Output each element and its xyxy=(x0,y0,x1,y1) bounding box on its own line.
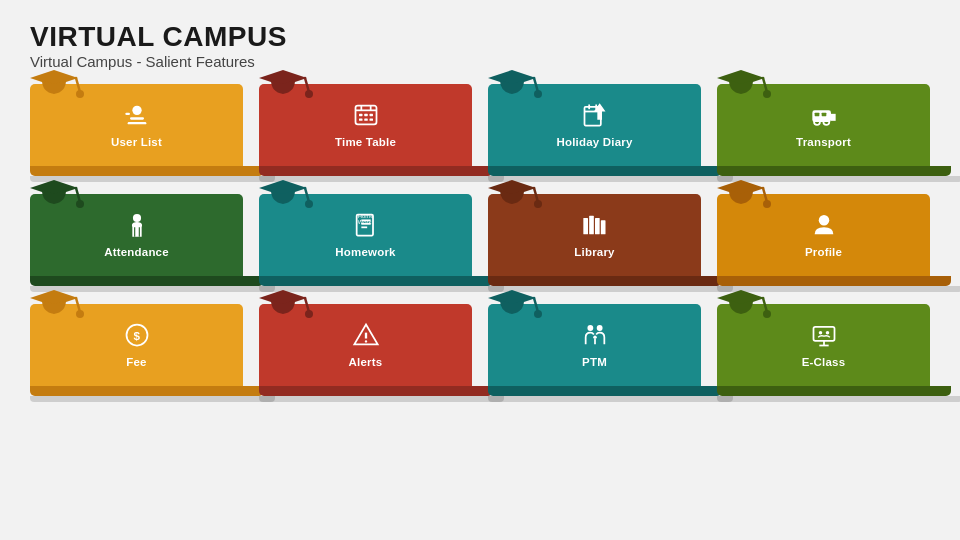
label-transport: Transport xyxy=(796,136,851,148)
card-ptm[interactable]: PTM xyxy=(488,304,701,402)
card-holiday-diary[interactable]: Holiday Diary xyxy=(488,84,701,182)
icon-profile xyxy=(810,211,838,243)
svg-rect-56 xyxy=(600,221,605,235)
card-homework[interactable]: HomeWork Homework xyxy=(259,194,472,292)
card-grid: User List Time Table xyxy=(30,84,930,402)
svg-rect-19 xyxy=(369,119,373,121)
card-profile[interactable]: Profile xyxy=(717,194,930,292)
svg-rect-53 xyxy=(583,218,588,234)
bottom-holiday-diary xyxy=(488,176,733,182)
base-profile xyxy=(717,276,951,286)
bottom-library xyxy=(488,286,733,292)
svg-point-70 xyxy=(364,341,366,343)
screen-homework: HomeWork Homework xyxy=(259,194,472,276)
label-holiday-diary: Holiday Diary xyxy=(556,136,632,148)
svg-rect-6 xyxy=(125,113,130,115)
icon-eclass xyxy=(810,321,838,353)
bottom-time-table xyxy=(259,176,504,182)
icon-fee: $ xyxy=(123,321,151,353)
bottom-fee xyxy=(30,396,275,402)
icon-ptm xyxy=(581,321,609,353)
icon-holiday-diary xyxy=(581,101,609,133)
bottom-profile xyxy=(717,286,960,292)
label-library: Library xyxy=(574,246,614,258)
svg-rect-18 xyxy=(364,119,368,121)
card-eclass[interactable]: E-Class xyxy=(717,304,930,402)
svg-rect-55 xyxy=(595,218,600,234)
label-user-list: User List xyxy=(111,136,162,148)
svg-rect-54 xyxy=(589,216,594,235)
icon-user-list xyxy=(123,101,151,133)
screen-alerts: Alerts xyxy=(259,304,472,386)
bottom-eclass xyxy=(717,396,960,402)
screen-library: Library xyxy=(488,194,701,276)
svg-point-74 xyxy=(587,325,593,331)
card-library[interactable]: Library xyxy=(488,194,701,292)
base-alerts xyxy=(259,386,493,396)
base-time-table xyxy=(259,166,493,176)
base-user-list xyxy=(30,166,264,176)
screen-time-table: Time Table xyxy=(259,84,472,166)
sub-title: Virtual Campus - Salient Features xyxy=(30,53,930,70)
icon-alerts xyxy=(352,321,380,353)
base-attendance xyxy=(30,276,264,286)
card-transport[interactable]: Transport xyxy=(717,84,930,182)
svg-point-38 xyxy=(132,214,140,222)
svg-rect-14 xyxy=(359,114,363,116)
svg-text:Work: Work xyxy=(357,219,371,225)
label-fee: Fee xyxy=(126,356,146,368)
icon-attendance xyxy=(123,211,151,243)
base-eclass xyxy=(717,386,951,396)
label-profile: Profile xyxy=(805,246,842,258)
base-holiday-diary xyxy=(488,166,722,176)
card-attendance[interactable]: Attendance xyxy=(30,194,243,292)
bottom-attendance xyxy=(30,286,275,292)
label-homework: Homework xyxy=(335,246,395,258)
svg-point-84 xyxy=(818,331,822,335)
screen-transport: Transport xyxy=(717,84,930,166)
svg-rect-15 xyxy=(364,114,368,116)
svg-point-3 xyxy=(132,106,141,115)
base-homework xyxy=(259,276,493,286)
label-time-table: Time Table xyxy=(335,136,396,148)
screen-holiday-diary: Holiday Diary xyxy=(488,84,701,166)
card-alerts[interactable]: Alerts xyxy=(259,304,472,402)
base-ptm xyxy=(488,386,722,396)
svg-rect-34 xyxy=(821,113,826,117)
screen-attendance: Attendance xyxy=(30,194,243,276)
svg-rect-33 xyxy=(814,113,819,117)
svg-point-85 xyxy=(825,331,829,335)
svg-point-60 xyxy=(818,215,829,226)
icon-transport xyxy=(810,101,838,133)
svg-point-76 xyxy=(593,336,597,340)
bottom-user-list xyxy=(30,176,275,182)
icon-library xyxy=(581,211,609,243)
label-alerts: Alerts xyxy=(349,356,383,368)
bottom-alerts xyxy=(259,396,504,402)
svg-text:$: $ xyxy=(133,329,140,342)
screen-fee: $ Fee xyxy=(30,304,243,386)
base-library xyxy=(488,276,722,286)
main-title: VIRTUAL CAMPUS xyxy=(30,22,930,53)
card-time-table[interactable]: Time Table xyxy=(259,84,472,182)
svg-rect-4 xyxy=(127,122,146,124)
svg-rect-81 xyxy=(813,327,834,341)
svg-rect-5 xyxy=(130,118,144,120)
bottom-homework xyxy=(259,286,504,292)
label-attendance: Attendance xyxy=(104,246,169,258)
screen-ptm: PTM xyxy=(488,304,701,386)
icon-time-table xyxy=(352,101,380,133)
base-transport xyxy=(717,166,951,176)
svg-point-75 xyxy=(596,325,602,331)
screen-eclass: E-Class xyxy=(717,304,930,386)
card-fee[interactable]: $ Fee xyxy=(30,304,243,402)
bottom-transport xyxy=(717,176,960,182)
screen-user-list: User List xyxy=(30,84,243,166)
label-ptm: PTM xyxy=(582,356,607,368)
card-user-list[interactable]: User List xyxy=(30,84,243,182)
svg-rect-16 xyxy=(369,114,373,116)
screen-profile: Profile xyxy=(717,194,930,276)
icon-homework: HomeWork xyxy=(352,211,380,243)
page: VIRTUAL CAMPUS Virtual Campus - Salient … xyxy=(0,0,960,540)
base-fee xyxy=(30,386,264,396)
